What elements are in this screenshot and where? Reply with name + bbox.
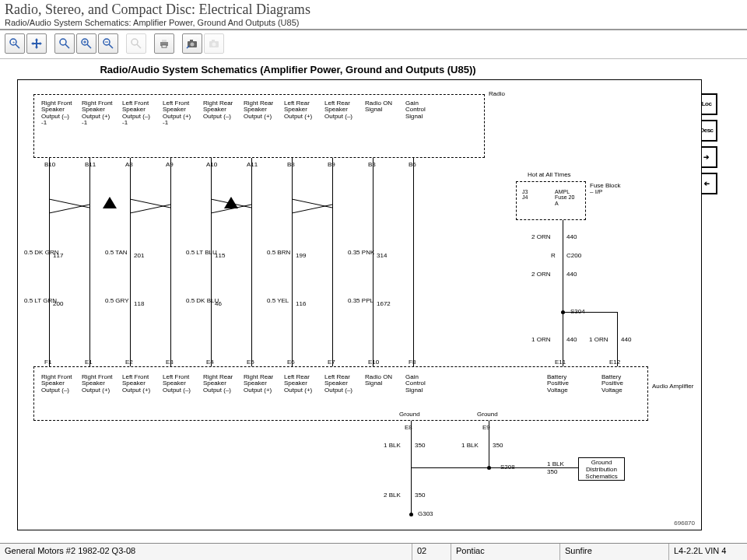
ckt-label: 350 — [415, 443, 425, 449]
terminal-label: Radio ON Signal — [365, 100, 396, 114]
footer-make: Pontiac — [451, 544, 560, 560]
zoom-tool-button[interactable] — [54, 33, 75, 54]
fuse-pins-label: J3 J4 — [522, 189, 528, 201]
svg-point-18 — [191, 43, 195, 47]
snapshot-button[interactable] — [182, 33, 202, 54]
conn-label: C200 — [566, 253, 581, 259]
svg-rect-22 — [212, 40, 215, 41]
ckt-label: 350 — [547, 469, 557, 475]
terminal-label: Gain Control Signal — [405, 100, 437, 120]
ckt-label: 314 — [377, 253, 387, 259]
svg-point-21 — [212, 43, 216, 47]
pin-label: E10 — [368, 359, 379, 366]
terminal-label: Battery Positive Voltage — [547, 374, 578, 394]
pin-label: F1 — [44, 359, 51, 366]
terminal-label: Left Front Speaker Output (–) -1 — [122, 100, 153, 127]
pin-label: B3 — [368, 161, 376, 168]
zoom-in-button[interactable] — [76, 33, 96, 54]
page-subtitle: Radio/Audio System Schematics: Amplifier… — [5, 18, 742, 29]
zoom-out-button[interactable] — [98, 33, 118, 54]
svg-line-10 — [109, 44, 113, 48]
ground-label: Ground — [399, 411, 420, 418]
pin-label: E7 — [328, 359, 335, 366]
svg-point-3 — [60, 39, 66, 45]
pin-label: E2 — [125, 359, 133, 366]
schematic-sheet: Radio Audio Amplifier Hot at All Times F… — [17, 79, 702, 530]
footer-source: General Motors #2 1982-02 Q3-08 — [0, 544, 412, 560]
radio-label: Radio — [489, 91, 505, 97]
pin-label: E8 — [405, 424, 412, 431]
ground-dist-box: Ground Distribution Schematics — [578, 457, 625, 481]
terminal-label: Left Rear Speaker Output (–) — [324, 374, 356, 394]
pin-label: E6 — [287, 359, 295, 366]
wire-label: 1 ORN — [531, 337, 550, 343]
terminal-label: Left Rear Speaker Output (+) — [284, 100, 315, 120]
hot-label: Hot at All Times — [528, 172, 571, 178]
toolbar: + — [0, 30, 747, 58]
fuse-block-label: Fuse Block – I/P — [590, 183, 621, 196]
pin-label: E11 — [555, 359, 566, 366]
pin-label: E5 — [247, 359, 254, 366]
terminal-label: Left Rear Speaker Output (–) — [324, 100, 356, 120]
svg-line-4 — [65, 44, 69, 48]
pin-label: B8 — [287, 161, 295, 168]
arrow-left-icon: ➔ — [703, 180, 710, 187]
wire-label: 2 BLK — [384, 492, 401, 499]
pin-label: B10 — [44, 161, 55, 168]
footer-year: 02 — [412, 544, 451, 560]
pin-label: A9 — [166, 161, 174, 168]
conn-label: R — [551, 253, 556, 259]
ground-point-label: G303 — [418, 511, 433, 517]
terminal-label: Right Front Speaker Output (–) — [41, 374, 72, 394]
footer-model: Sunfire — [560, 544, 669, 560]
pin-label: A10 — [206, 161, 217, 168]
ckt-label: 440 — [621, 337, 631, 343]
ckt-label: 200 — [53, 301, 63, 307]
svg-point-12 — [132, 39, 138, 45]
svg-text:+: + — [12, 40, 16, 44]
terminal-label: Left Front Speaker Output (+) -1 — [163, 100, 194, 127]
terminal-label: Right Rear Speaker Output (–) — [203, 374, 234, 394]
pin-label: B6 — [409, 161, 416, 168]
arrow-right-icon: ➔ — [703, 154, 710, 161]
wire-label: 1 BLK — [547, 461, 564, 467]
ckt-label: 350 — [415, 492, 425, 499]
ckt-label: 1672 — [377, 301, 391, 307]
terminal-label: Right Rear Speaker Output (+) — [244, 100, 275, 120]
terminal-label: Left Front Speaker Output (+) — [122, 374, 153, 394]
pin-label: B11 — [85, 161, 96, 168]
ckt-label: 201 — [134, 253, 144, 259]
ckt-label: 350 — [493, 443, 503, 449]
document-number: 696870 — [674, 520, 695, 527]
camera-button[interactable] — [204, 33, 224, 54]
zoom-rect-button[interactable]: + — [5, 33, 25, 54]
warning-icon — [103, 197, 117, 208]
pin-label: E9 — [482, 424, 490, 431]
ckt-label: 46 — [215, 301, 222, 307]
wire-label: 1 BLK — [384, 443, 401, 449]
pin-label: A8 — [125, 161, 133, 168]
terminal-label: Right Rear Speaker Output (–) — [203, 100, 234, 120]
ckt-label: 117 — [53, 253, 63, 259]
svg-rect-15 — [162, 40, 167, 42]
ckt-label: 116 — [296, 301, 306, 307]
svg-rect-19 — [190, 40, 193, 41]
fuse-inner-label: AMPL Fuse 20 A — [555, 189, 578, 206]
svg-line-1 — [16, 44, 19, 48]
pan-button[interactable] — [26, 33, 47, 54]
pin-label: F8 — [409, 359, 416, 366]
diagram-viewer[interactable]: Radio/Audio System Schematics (Amplifier… — [0, 62, 747, 541]
terminal-label: Right Front Speaker Output (+) — [82, 374, 113, 394]
pin-label: E4 — [206, 359, 214, 366]
wire-label: 1 BLK — [461, 443, 479, 449]
terminal-label: Gain Control Signal — [405, 374, 437, 394]
wire-label: 1 ORN — [589, 337, 608, 343]
ckt-label: 199 — [296, 253, 306, 259]
zoom-fit-button[interactable] — [126, 33, 146, 54]
pin-label: A11 — [247, 161, 258, 168]
ckt-label: 115 — [215, 253, 225, 259]
page-title: Radio, Stereo, and Compact Disc: Electri… — [5, 2, 742, 18]
svg-line-13 — [137, 44, 141, 48]
terminal-label: Battery Positive Voltage — [601, 374, 633, 394]
print-button[interactable] — [154, 33, 174, 54]
